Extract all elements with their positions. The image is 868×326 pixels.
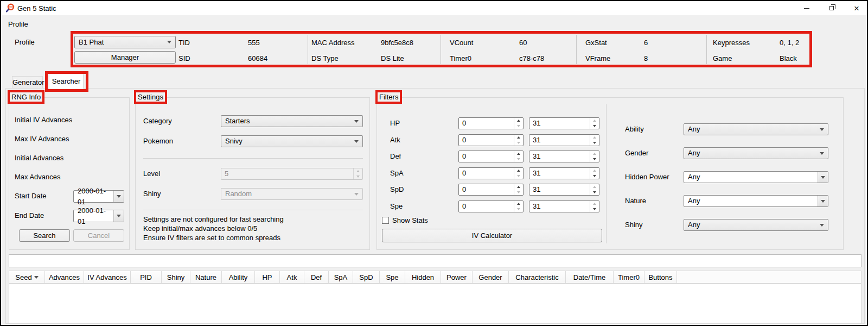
column-header-iv-advances[interactable]: IV Advances <box>84 271 131 283</box>
warning-line: Keep initial/max advances below 0/5 <box>143 224 257 233</box>
spin-down-icon[interactable] <box>590 173 599 179</box>
column-header-ability[interactable]: Ability <box>222 271 255 283</box>
spin-down-icon[interactable] <box>514 140 523 146</box>
menu-profile[interactable]: Profile <box>4 19 32 30</box>
spin-down-icon[interactable] <box>514 173 523 179</box>
search-button[interactable]: Search <box>19 229 70 242</box>
spin-up-icon[interactable] <box>514 135 523 140</box>
column-header-spe[interactable]: Spe <box>380 271 405 283</box>
spin-up-icon[interactable] <box>514 151 523 156</box>
column-header-buttons[interactable]: Buttons <box>644 271 677 283</box>
restore-button[interactable] <box>819 1 844 15</box>
calendar-dropdown-button[interactable] <box>113 210 124 222</box>
column-header-power[interactable]: Power <box>441 271 473 283</box>
column-header-spa[interactable]: SpA <box>329 271 353 283</box>
column-header-pid[interactable]: PID <box>131 271 162 283</box>
spin-up-icon[interactable] <box>590 135 599 140</box>
iv-atk-max-spinbox[interactable]: 31 <box>529 134 599 146</box>
column-header-hp[interactable]: HP <box>255 271 280 283</box>
ability-filter-select[interactable]: Any <box>684 123 828 135</box>
nature-filter-select[interactable]: Any <box>684 195 828 207</box>
app-icon <box>5 3 15 13</box>
iv-hp-min-spinbox[interactable]: 0 <box>458 117 524 129</box>
minimize-button[interactable] <box>794 1 819 15</box>
spin-down-icon[interactable] <box>590 140 599 146</box>
spin-up-icon[interactable] <box>514 168 523 173</box>
iv-spa-max-spinbox[interactable]: 31 <box>529 167 599 179</box>
profile-select[interactable]: B1 Phat <box>74 36 176 48</box>
column-header-def[interactable]: Def <box>304 271 329 283</box>
column-header-shiny[interactable]: Shiny <box>162 271 190 283</box>
column-header-date-time[interactable]: Date/Time <box>566 271 614 283</box>
iv-spe-max-spinbox[interactable]: 31 <box>529 200 599 212</box>
chevron-down-icon <box>821 200 825 203</box>
spin-up-icon[interactable] <box>514 118 523 123</box>
iv-spe-min-spinbox[interactable]: 0 <box>458 200 524 212</box>
pokemon-select[interactable]: Snivy <box>221 135 363 147</box>
profile-info-group-2: MAC Address9bfc5e8c8 DS TypeDS Lite <box>311 35 439 66</box>
column-header-label: Spe <box>386 273 398 281</box>
info-value: 60684 <box>248 54 267 62</box>
chevron-down-icon <box>820 224 824 227</box>
close-button[interactable]: × <box>844 1 868 15</box>
start-date-label: Start Date <box>15 190 47 202</box>
column-header-label: PID <box>140 273 152 281</box>
show-stats-checkbox[interactable] <box>382 217 389 224</box>
spin-up-icon[interactable] <box>514 184 523 190</box>
pokemon-label: Pokemon <box>143 135 173 147</box>
spin-down-icon[interactable] <box>514 156 523 162</box>
spin-down-icon[interactable] <box>514 206 523 212</box>
shiny-filter-select[interactable]: Any <box>684 219 828 231</box>
dropdown-button[interactable] <box>818 172 828 183</box>
column-header-seed[interactable]: Seed <box>9 271 45 283</box>
column-header-nature[interactable]: Nature <box>190 271 222 283</box>
spin-down-icon[interactable] <box>514 190 523 195</box>
spin-down-icon[interactable] <box>590 156 599 162</box>
spin-up-icon[interactable] <box>514 201 523 206</box>
column-header-gender[interactable]: Gender <box>473 271 509 283</box>
iv-def-min-spinbox[interactable]: 0 <box>458 151 524 162</box>
iv-spa-min-spinbox[interactable]: 0 <box>458 167 524 179</box>
start-date-picker[interactable]: 2000-01-01 <box>73 190 124 203</box>
spin-up-icon[interactable] <box>590 201 599 206</box>
spin-down-icon[interactable] <box>590 190 599 195</box>
category-select[interactable]: Starters <box>221 115 363 127</box>
shiny-filter-label: Shiny <box>625 219 643 231</box>
divider <box>576 35 577 64</box>
iv-atk-min-spinbox[interactable]: 0 <box>458 134 524 146</box>
iv-spd-min-spinbox[interactable]: 0 <box>458 184 524 196</box>
spin-down-icon[interactable] <box>514 123 523 129</box>
spin-up-icon[interactable] <box>590 151 599 156</box>
profile-manager-button[interactable]: Manager <box>74 51 176 64</box>
hidden-power-filter-select[interactable]: Any <box>684 171 828 183</box>
info-value: 6 <box>644 39 648 47</box>
spin-up-icon[interactable] <box>590 168 599 173</box>
end-date-picker[interactable]: 2000-01-01 <box>73 210 124 222</box>
rng-info-title: RNG Info <box>8 90 44 104</box>
spin-down-icon[interactable] <box>590 206 599 212</box>
column-header-label: Shiny <box>167 273 185 281</box>
column-header-timer0[interactable]: Timer0 <box>614 271 644 283</box>
iv-spa-label: SpA <box>390 167 404 179</box>
info-label: SID <box>178 54 248 62</box>
spin-up-icon[interactable] <box>590 184 599 190</box>
spin-down-icon[interactable] <box>590 123 599 129</box>
iv-def-max-spinbox[interactable]: 31 <box>529 151 599 162</box>
iv-calculator-button[interactable]: IV Calculator <box>382 229 602 242</box>
tab-searcher[interactable]: Searcher <box>49 73 84 89</box>
calendar-dropdown-button[interactable] <box>113 191 124 202</box>
column-header-spd[interactable]: SpD <box>353 271 380 283</box>
column-header-characteristic[interactable]: Characteristic <box>509 271 566 283</box>
column-header-advances[interactable]: Advances <box>45 271 84 283</box>
divider <box>143 210 363 210</box>
column-header-label: Hidden <box>412 273 434 281</box>
column-header-atk[interactable]: Atk <box>280 271 304 283</box>
spin-up-icon[interactable] <box>590 118 599 123</box>
tab-generator[interactable]: Generator <box>12 76 43 88</box>
gender-filter-select[interactable]: Any <box>684 147 828 159</box>
iv-spd-max-spinbox[interactable]: 31 <box>529 184 599 196</box>
column-header-hidden[interactable]: Hidden <box>405 271 441 283</box>
dropdown-button[interactable] <box>818 196 828 206</box>
hidden-power-filter-label: Hidden Power <box>625 171 669 183</box>
iv-hp-max-spinbox[interactable]: 31 <box>529 117 599 129</box>
